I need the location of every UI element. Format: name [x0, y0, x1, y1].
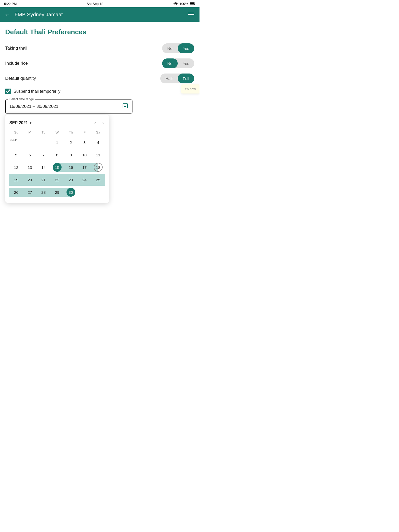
calendar-cell-9[interactable]: 9 — [64, 149, 78, 161]
calendar-popup: SEP 2021 ▼ ‹ › Su M Tu W Th F Sa — [5, 115, 109, 203]
suspend-row: Suspend thali temporarily — [5, 89, 194, 94]
calendar-cell-8[interactable]: 8 — [50, 149, 64, 161]
page-content: Default Thali Preferences Taking thali N… — [0, 22, 200, 209]
pref-label-taking-thali: Taking thali — [5, 46, 27, 51]
suspend-label: Suspend thali temporarily — [14, 89, 61, 94]
svg-rect-1 — [195, 3, 195, 4]
toggle-default-quantity: Half Full — [160, 74, 194, 83]
toggle-no-taking-thali[interactable]: No — [162, 43, 177, 53]
toggle-yes-taking-thali[interactable]: Yes — [178, 43, 194, 53]
calendar-cell-2[interactable]: 2 — [64, 136, 78, 148]
wifi-icon — [173, 2, 178, 6]
calendar-cell-14[interactable]: 14 — [37, 161, 50, 173]
date-range-value: 15/09/2021 – 30/09/2021 — [9, 104, 58, 109]
calendar-row-0: SEP 1 2 3 4 — [9, 136, 105, 148]
pref-row-default-quantity: Default quantity Half Full — [5, 74, 194, 83]
top-bar-title: FMB Sydney Jamaat — [15, 12, 187, 18]
prev-month-button[interactable]: ‹ — [93, 119, 97, 127]
calendar-cell-empty-4 — [91, 186, 105, 198]
calendar-cell-18[interactable]: 18 — [91, 161, 105, 173]
pref-row-taking-thali: Taking thali No Yes — [5, 43, 194, 53]
status-time: 5:22 PM — [4, 2, 17, 6]
calendar-cell-6[interactable]: 6 — [23, 149, 37, 161]
pref-row-include-rice: Include rice No Yes — [5, 58, 194, 68]
calendar-cell-4[interactable]: 4 — [91, 136, 105, 148]
calendar-cell-22[interactable]: 22 — [50, 174, 64, 186]
calendar-row-1: 5 6 7 8 9 10 11 — [9, 149, 105, 161]
calendar-cell-11[interactable]: 11 — [91, 149, 105, 161]
toggle-no-include-rice[interactable]: No — [162, 58, 177, 68]
nav-arrows: ‹ › — [93, 119, 105, 127]
suspend-checkbox[interactable] — [5, 89, 11, 94]
calendar-cell-19[interactable]: 19 — [9, 174, 23, 186]
weekday-su: Su — [9, 129, 23, 135]
calendar-cell-24[interactable]: 24 — [78, 174, 91, 186]
back-button[interactable]: ← — [4, 11, 10, 18]
calendar-row-3: 19 20 21 22 23 24 25 — [9, 174, 105, 186]
toggle-include-rice: No Yes — [162, 58, 194, 68]
calendar-cell-10[interactable]: 10 — [78, 149, 91, 161]
calendar-cell-20[interactable]: 20 — [23, 174, 37, 186]
weekday-tu: Tu — [37, 129, 50, 135]
calendar-cell-13[interactable]: 13 — [23, 161, 37, 173]
calendar-grid: Su M Tu W Th F Sa SEP 1 2 — [9, 129, 105, 198]
weekday-sa: Sa — [91, 129, 105, 135]
calendar-cell-3[interactable]: 3 — [78, 136, 91, 148]
svg-rect-5 — [125, 106, 126, 107]
page-title: Default Thali Preferences — [5, 28, 194, 36]
calendar-cell-15[interactable]: 15 — [50, 161, 64, 173]
svg-rect-3 — [123, 104, 128, 108]
status-day: Sat Sep 18 — [87, 2, 103, 6]
calendar-cell-5[interactable]: 5 — [9, 149, 23, 161]
calendar-cell-21[interactable]: 21 — [37, 174, 50, 186]
date-range-container[interactable]: Select date range 15/09/2021 – 30/09/202… — [5, 99, 132, 114]
toggle-full[interactable]: Full — [178, 74, 194, 83]
svg-rect-2 — [190, 2, 194, 4]
hamburger-line-3 — [188, 16, 194, 16]
battery-level: 100% — [179, 2, 188, 6]
weekday-w: W — [50, 129, 64, 135]
toggle-yes-include-rice[interactable]: Yes — [178, 58, 194, 68]
menu-button[interactable] — [187, 12, 195, 17]
toggle-half[interactable]: Half — [160, 74, 178, 83]
calendar-cell-30[interactable]: 30 — [64, 186, 78, 198]
calendar-cell-23[interactable]: 23 — [64, 174, 78, 186]
toggle-taking-thali: No Yes — [162, 43, 194, 53]
next-month-button[interactable]: › — [101, 119, 105, 127]
calendar-cell-28[interactable]: 28 — [37, 186, 50, 198]
pref-label-include-rice: Include rice — [5, 61, 28, 66]
month-year-label: SEP 2021 — [9, 121, 28, 125]
top-bar: ← FMB Sydney Jamaat — [0, 7, 200, 22]
hamburger-line-2 — [188, 14, 194, 15]
calendar-cell-empty-3 — [78, 186, 91, 198]
weekday-th: Th — [64, 129, 78, 135]
calendar-cell-29[interactable]: 29 — [50, 186, 64, 198]
floating-badge: en new — [181, 84, 200, 94]
calendar-cell-12[interactable]: 12 — [9, 161, 23, 173]
calendar-cell-25[interactable]: 25 — [91, 174, 105, 186]
weekday-f: F — [78, 129, 91, 135]
weekday-row: Su M Tu W Th F Sa — [9, 129, 105, 135]
calendar-cell-17[interactable]: 17 — [78, 161, 91, 173]
calendar-header: SEP 2021 ▼ ‹ › — [9, 119, 105, 127]
status-bar: 5:22 PM Sat Sep 18 100% — [0, 0, 200, 7]
hamburger-line-1 — [188, 13, 194, 13]
calendar-cell-26[interactable]: 26 — [9, 186, 23, 198]
calendar-icon[interactable] — [122, 103, 128, 110]
calendar-row-2: 12 13 14 15 16 — [9, 161, 105, 173]
calendar-cell-empty-2 — [37, 136, 50, 148]
calendar-cell-27[interactable]: 27 — [23, 186, 37, 198]
pref-label-default-quantity: Default quantity — [5, 76, 36, 81]
calendar-cell-empty-1 — [23, 136, 37, 148]
calendar-cell-7[interactable]: 7 — [37, 149, 50, 161]
month-label-sep: SEP — [9, 136, 23, 148]
calendar-cell-1[interactable]: 1 — [50, 136, 64, 148]
calendar-row-4: 26 27 28 — [9, 186, 105, 198]
floating-badge-text: en new — [185, 87, 196, 91]
month-year-selector[interactable]: SEP 2021 ▼ — [9, 121, 32, 125]
status-right: 100% — [173, 2, 195, 6]
svg-rect-4 — [124, 106, 125, 107]
weekday-m: M — [23, 129, 37, 135]
date-range-label: Select date range — [8, 97, 35, 101]
calendar-cell-16[interactable]: 16 — [64, 161, 78, 173]
